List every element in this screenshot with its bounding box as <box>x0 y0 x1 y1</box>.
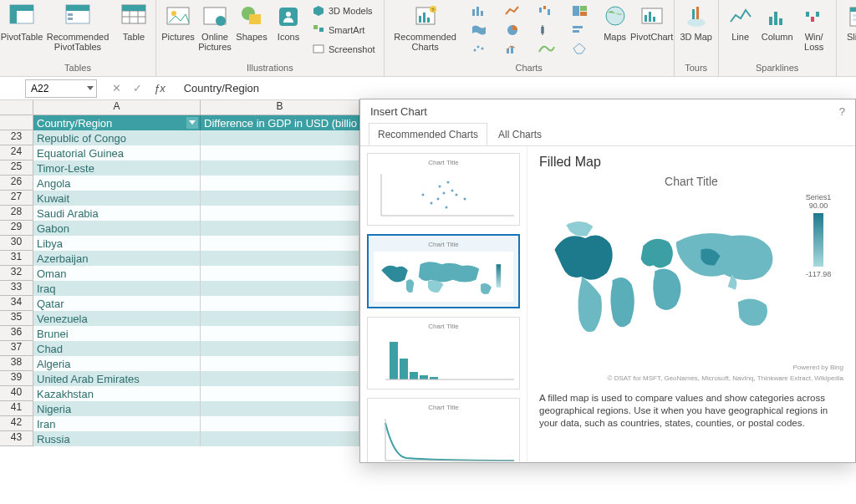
cell[interactable]: Saudi Arabia <box>33 206 201 221</box>
cell[interactable] <box>201 145 359 160</box>
dialog-help-button[interactable]: ? <box>839 105 845 118</box>
cell[interactable] <box>201 341 359 356</box>
cell[interactable] <box>201 431 359 446</box>
chart-thumb-scatter[interactable]: Chart Title <box>367 153 520 226</box>
recommended-pivottables-button[interactable]: Recommended PivotTables <box>40 2 115 59</box>
chart-type-scatter-icon[interactable] <box>463 39 497 58</box>
cell[interactable]: Kazakhstan <box>33 386 201 401</box>
table-button[interactable]: Table <box>115 2 152 59</box>
cell[interactable]: Kuwait <box>33 191 201 206</box>
chart-type-column-icon[interactable] <box>463 2 497 20</box>
chart-type-line-icon[interactable] <box>497 2 530 20</box>
cell[interactable] <box>201 266 359 281</box>
cell[interactable]: Angola <box>33 176 201 191</box>
row-number[interactable]: 26 <box>0 176 33 191</box>
cancel-formula-icon[interactable]: ✕ <box>112 82 121 94</box>
maps-button[interactable]: Maps <box>597 2 634 59</box>
cell[interactable]: Oman <box>33 266 201 281</box>
row-number[interactable]: 31 <box>0 251 33 266</box>
cell[interactable]: Equatorial Guinea <box>33 145 201 160</box>
select-all-corner[interactable] <box>0 100 33 115</box>
chart-type-combo-icon[interactable] <box>497 39 530 58</box>
cell[interactable]: Timor-Leste <box>33 160 201 176</box>
cell[interactable] <box>201 160 359 176</box>
row-number[interactable] <box>0 115 33 130</box>
cell[interactable]: Libya <box>33 236 201 251</box>
icons-button[interactable]: Icons <box>270 2 307 59</box>
cell[interactable] <box>201 236 359 251</box>
chart-thumb-histogram[interactable]: Chart Title <box>367 317 520 389</box>
recommended-charts-button[interactable]: ? Recommended Charts <box>388 2 463 59</box>
row-number[interactable]: 24 <box>0 145 33 160</box>
row-number[interactable]: 39 <box>0 371 33 386</box>
row-number[interactable]: 36 <box>0 326 33 341</box>
formula-input[interactable]: Country/Region <box>176 82 856 94</box>
chart-type-surface-icon[interactable] <box>530 39 563 58</box>
row-number[interactable]: 30 <box>0 236 33 251</box>
row-number[interactable]: 41 <box>0 401 33 416</box>
tab-recommended-charts[interactable]: Recommended Charts <box>369 123 487 145</box>
spark-column-button[interactable]: Column <box>759 2 796 59</box>
chart-type-radar-icon[interactable] <box>563 39 597 58</box>
chart-thumb-line[interactable]: Chart Title <box>367 398 520 462</box>
chart-type-waterfall-icon[interactable] <box>530 2 563 20</box>
shapes-button[interactable]: Shapes <box>233 2 270 59</box>
row-number[interactable]: 38 <box>0 356 33 371</box>
cell[interactable]: Republic of Congo <box>33 130 201 145</box>
cell[interactable]: Russia <box>33 431 201 446</box>
cell[interactable] <box>201 311 359 326</box>
cell[interactable] <box>201 251 359 266</box>
row-number[interactable]: 42 <box>0 416 33 431</box>
row-number[interactable]: 27 <box>0 191 33 206</box>
row-number[interactable]: 35 <box>0 311 33 326</box>
row-number[interactable]: 25 <box>0 160 33 176</box>
cell[interactable]: United Arab Emirates <box>33 371 201 386</box>
cell[interactable] <box>201 326 359 341</box>
cell[interactable]: Azerbaijan <box>33 251 201 266</box>
row-number[interactable]: 33 <box>0 281 33 296</box>
chart-type-stats-icon[interactable] <box>530 21 563 39</box>
chart-type-hierarchy-icon[interactable] <box>563 2 597 20</box>
row-number[interactable]: 23 <box>0 130 33 145</box>
cell[interactable]: Venezuela <box>33 311 201 326</box>
chart-thumb-filled-map[interactable]: Chart Title <box>367 234 520 308</box>
table-header-cell[interactable]: Country/Region <box>33 115 201 130</box>
column-header-b[interactable]: B <box>201 100 359 115</box>
spark-line-button[interactable]: Line <box>722 2 759 59</box>
cell[interactable] <box>201 296 359 311</box>
cell[interactable] <box>201 176 359 191</box>
cell[interactable] <box>201 281 359 296</box>
filter-dropdown-icon[interactable] <box>186 117 198 129</box>
cell[interactable] <box>201 401 359 416</box>
cell[interactable]: Algeria <box>33 356 201 371</box>
3d-models-button[interactable]: 3D Models <box>308 3 379 19</box>
cell[interactable]: Iran <box>33 416 201 431</box>
screenshot-button[interactable]: Screenshot <box>308 41 379 58</box>
table-header-cell[interactable]: Difference in GDP in USD (billio <box>201 115 359 130</box>
spark-winloss-button[interactable]: Win/ Loss <box>796 2 833 59</box>
online-pictures-button[interactable]: Online Pictures <box>196 2 233 59</box>
cell[interactable] <box>201 386 359 401</box>
pivotchart-button[interactable]: PivotChart <box>634 2 670 59</box>
chart-type-map-icon[interactable] <box>463 21 497 39</box>
row-number[interactable]: 40 <box>0 386 33 401</box>
smartart-button[interactable]: SmartArt <box>308 22 379 38</box>
row-number[interactable]: 32 <box>0 266 33 281</box>
row-number[interactable]: 28 <box>0 206 33 221</box>
slicer-button[interactable]: Slicer <box>840 2 856 59</box>
cell[interactable]: Gabon <box>33 221 201 236</box>
cell[interactable] <box>201 191 359 206</box>
pictures-button[interactable]: Pictures <box>160 2 196 59</box>
column-header-a[interactable]: A <box>33 100 201 115</box>
enter-formula-icon[interactable]: ✓ <box>133 82 142 94</box>
tab-all-charts[interactable]: All Charts <box>489 123 551 145</box>
cell[interactable] <box>201 206 359 221</box>
cell[interactable]: Chad <box>33 341 201 356</box>
row-number[interactable]: 29 <box>0 221 33 236</box>
cell[interactable] <box>201 371 359 386</box>
cell[interactable]: Iraq <box>33 281 201 296</box>
cell[interactable]: Brunei <box>33 326 201 341</box>
cell[interactable] <box>201 221 359 236</box>
cell[interactable] <box>201 416 359 431</box>
row-number[interactable]: 43 <box>0 431 33 446</box>
